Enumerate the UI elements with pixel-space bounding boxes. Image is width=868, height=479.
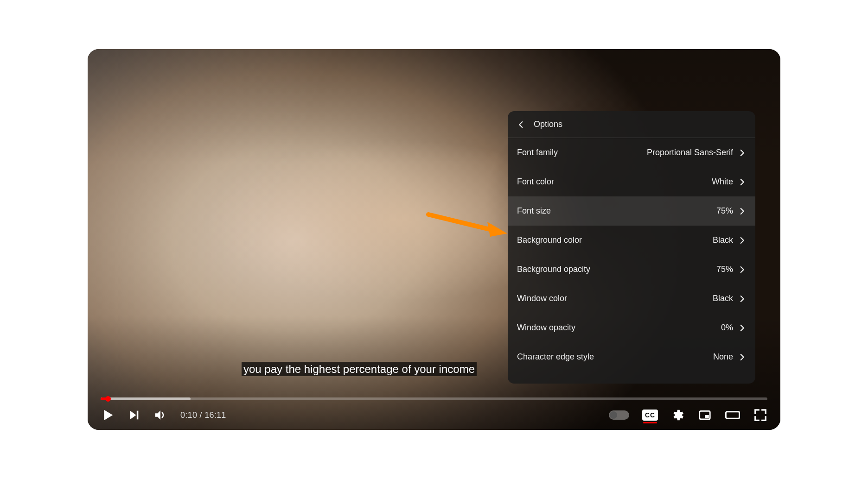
chevron-right-icon [738, 353, 746, 361]
video-player: you pay the highest percentage of your i… [88, 49, 780, 430]
option-row-font-family[interactable]: Font familyProportional Sans-Serif [508, 138, 755, 167]
next-button[interactable] [128, 409, 140, 422]
option-label: Window color [517, 294, 567, 303]
option-row-window-opacity[interactable]: Window opacity0% [508, 313, 755, 342]
time-duration: 16:11 [204, 410, 226, 420]
controls-right: CC [609, 408, 767, 422]
miniplayer-button[interactable] [698, 408, 712, 422]
subtitle-options-panel: Options Font familyProportional Sans-Ser… [508, 111, 755, 384]
cc-icon: CC [642, 410, 658, 421]
chevron-right-icon [738, 324, 746, 332]
chevron-right-icon [738, 295, 746, 303]
option-label: Font size [517, 206, 551, 216]
time-current: 0:10 [180, 410, 197, 420]
chevron-left-icon [517, 120, 525, 129]
cc-active-underline [643, 422, 657, 423]
volume-button[interactable] [153, 408, 167, 422]
option-label: Font family [517, 148, 558, 158]
autoplay-toggle[interactable] [609, 410, 629, 420]
time-sep: / [197, 410, 204, 420]
option-value: 75% [716, 206, 733, 216]
option-value: White [712, 177, 733, 187]
option-row-window-color[interactable]: Window colorBlack [508, 284, 755, 313]
next-icon [128, 409, 140, 422]
chevron-right-icon [738, 236, 746, 245]
miniplayer-icon [698, 408, 712, 422]
chevron-right-icon [738, 265, 746, 274]
svg-rect-4 [705, 415, 709, 418]
play-icon [101, 408, 115, 422]
option-label: Background opacity [517, 265, 590, 274]
option-row-font-color[interactable]: Font colorWhite [508, 167, 755, 196]
option-label: Background color [517, 235, 582, 245]
theater-button[interactable] [725, 408, 740, 422]
option-row-font-size[interactable]: Font size75% [508, 196, 755, 226]
caption-overlay: you pay the highest percentage of your i… [242, 362, 477, 376]
theater-icon [725, 408, 740, 422]
option-value: None [713, 352, 733, 362]
autoplay-pill-icon [609, 410, 629, 420]
captions-button[interactable]: CC [642, 410, 658, 421]
option-row-background-color[interactable]: Background colorBlack [508, 226, 755, 255]
option-row-character-edge-style[interactable]: Character edge styleNone [508, 342, 755, 372]
chevron-right-icon [738, 178, 746, 186]
option-label: Window opacity [517, 323, 575, 333]
svg-rect-5 [726, 412, 739, 419]
controls-bar: 0:10 / 16:11 CC [88, 400, 780, 430]
option-value: Black [713, 235, 733, 245]
fullscreen-button[interactable] [753, 408, 767, 422]
play-button[interactable] [101, 408, 115, 422]
caption-text: you pay the highest percentage of your i… [242, 362, 477, 376]
panel-title: Options [534, 120, 562, 129]
chevron-right-icon [738, 149, 746, 157]
time-display: 0:10 / 16:11 [180, 410, 226, 420]
gear-icon [671, 408, 685, 422]
chevron-right-icon [738, 207, 746, 215]
option-value: 75% [716, 265, 733, 274]
settings-button[interactable] [671, 408, 685, 422]
panel-back-header[interactable]: Options [508, 111, 755, 138]
option-value: 0% [721, 323, 733, 333]
volume-icon [153, 408, 167, 422]
option-value: Black [713, 294, 733, 303]
option-label: Character edge style [517, 352, 594, 362]
option-label: Font color [517, 177, 554, 187]
controls-left: 0:10 / 16:11 [101, 408, 226, 422]
svg-rect-2 [137, 411, 139, 420]
options-list[interactable]: Font familyProportional Sans-SerifFont c… [508, 138, 755, 384]
fullscreen-icon [753, 408, 767, 422]
option-value: Proportional Sans-Serif [647, 148, 733, 158]
option-row-background-opacity[interactable]: Background opacity75% [508, 255, 755, 284]
